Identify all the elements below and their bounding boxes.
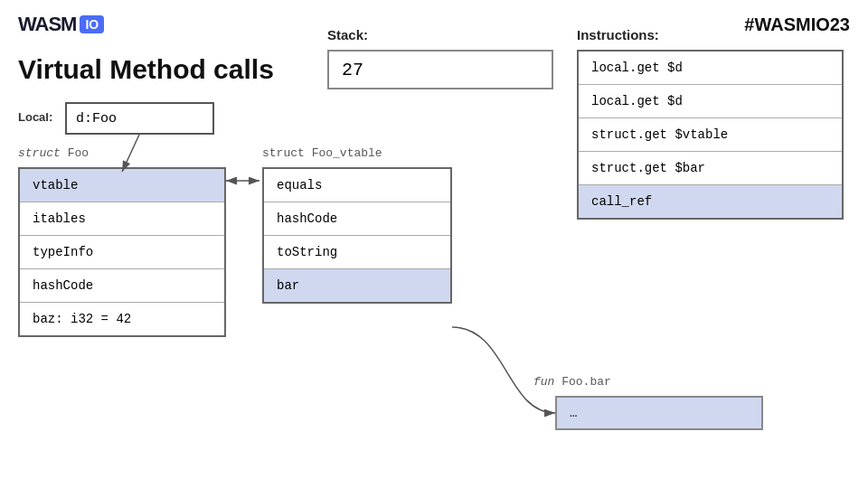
logo: WASM IO xyxy=(18,13,104,36)
fun-keyword: fun xyxy=(533,375,554,389)
struct-vtable-name: Foo_vtable xyxy=(312,146,382,160)
vtable-row-hashcode: hashCode xyxy=(264,202,450,236)
fun-label: fun Foo.bar xyxy=(533,375,611,389)
struct-foo-name: Foo xyxy=(68,146,89,160)
foo-table: vtable itables typeInfo hashCode baz: i3… xyxy=(18,167,226,337)
instructions-label: Instructions: xyxy=(577,27,659,42)
logo-text: WASM xyxy=(18,13,76,36)
foo-row-typeinfo: typeInfo xyxy=(20,236,224,269)
instructions-table: local.get $d local.get $d struct.get $vt… xyxy=(577,50,844,220)
foo-row-hashcode: hashCode xyxy=(20,269,224,303)
local-value: d:Foo xyxy=(76,111,117,127)
local-box: d:Foo xyxy=(65,102,214,135)
struct-foo-label: struct Foo xyxy=(18,146,89,160)
foo-row-baz: baz: i32 = 42 xyxy=(20,303,224,335)
stack-box: 27 xyxy=(327,50,553,89)
stack-value: 27 xyxy=(342,60,363,80)
local-label: Local: xyxy=(18,110,52,124)
foo-row-itables: itables xyxy=(20,202,224,236)
instr-call-ref: call_ref xyxy=(579,185,842,218)
svg-line-2 xyxy=(122,135,139,172)
foo-row-vtable: vtable xyxy=(20,169,224,202)
instr-struct-get-vtable: struct.get $vtable xyxy=(579,118,842,152)
fun-box: … xyxy=(555,396,763,430)
vtable-row-equals: equals xyxy=(264,169,450,202)
vtable-table: equals hashCode toString bar xyxy=(262,167,452,304)
instr-local-get-2: local.get $d xyxy=(579,85,842,118)
struct-vtable-label: struct Foo_vtable xyxy=(262,146,382,160)
vtable-row-bar: bar xyxy=(264,269,450,302)
struct-vtable-keyword: struct xyxy=(262,146,305,160)
logo-badge: IO xyxy=(80,15,104,33)
watermark: #WASMIO23 xyxy=(744,14,850,35)
instr-struct-get-bar: struct.get $bar xyxy=(579,152,842,185)
stack-label: Stack: xyxy=(327,27,368,42)
struct-foo-keyword: struct xyxy=(18,146,61,160)
vtable-row-tostring: toString xyxy=(264,236,450,269)
page-title: Virtual Method calls xyxy=(18,54,274,85)
fun-body: … xyxy=(570,406,577,420)
instr-local-get-1: local.get $d xyxy=(579,52,842,85)
